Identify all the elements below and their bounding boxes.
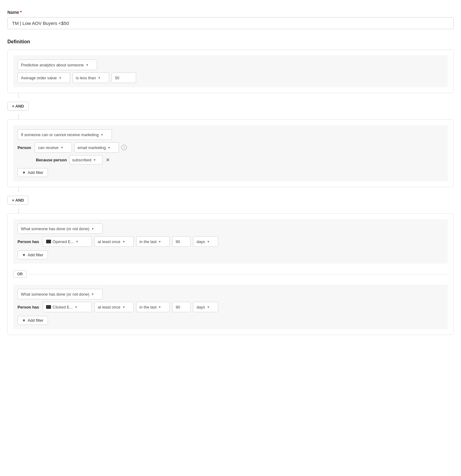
condition-block-3-4: What someone has done (or not done) ▾ Pe… — [7, 213, 454, 335]
block4-person-has-row: Person has Clicked E... ▾ at least once … — [18, 302, 443, 312]
block2-category-chevron-icon: ▾ — [101, 133, 103, 137]
block4-time-value-input[interactable] — [172, 302, 191, 312]
block2-category-row: If someone can or cannot receive marketi… — [18, 129, 443, 140]
block3-category-row: What someone has done (or not done) ▾ — [18, 223, 443, 234]
block3-event-select[interactable]: Opened E... ▾ — [43, 236, 92, 247]
block4-time-operator-chevron-icon: ▾ — [159, 305, 161, 309]
block2-close-button[interactable]: ✕ — [106, 157, 110, 163]
block1-metric-chevron-icon: ▾ — [59, 76, 61, 80]
block2-subscribed-chevron-icon: ▾ — [94, 158, 96, 162]
block3-time-operator-chevron-icon: ▾ — [159, 240, 161, 244]
block2-marketing-select[interactable]: email marketing ▾ — [74, 142, 119, 153]
and-button-2[interactable]: + AND — [7, 196, 29, 205]
block2-category-select[interactable]: If someone can or cannot receive marketi… — [18, 129, 112, 140]
block4-category-row: What someone has done (or not done) ▾ — [18, 289, 443, 299]
block2-marketing-chevron-icon: ▾ — [108, 146, 110, 150]
block2-can-receive-select[interactable]: can receive ▾ — [35, 142, 72, 153]
block1-metric-select[interactable]: Average order value ▾ — [18, 73, 70, 83]
or-button[interactable]: OR — [13, 270, 27, 278]
connector-line-1 — [18, 93, 19, 98]
block3-person-has-row: Person has Opened E... ▾ at least once ▾… — [18, 236, 443, 247]
block1-value-input[interactable] — [112, 73, 136, 83]
block3-frequency-select[interactable]: at least once ▾ — [94, 236, 134, 247]
filter-icon-2: ▼ — [22, 253, 26, 257]
block4-time-unit-select[interactable]: days ▾ — [193, 302, 218, 312]
name-field-wrapper: Name* — [7, 10, 454, 29]
condition-block-2: If someone can or cannot receive marketi… — [7, 119, 454, 187]
block4-time-unit-chevron-icon: ▾ — [207, 305, 209, 309]
block3-category-select[interactable]: What someone has done (or not done) ▾ — [18, 223, 103, 234]
block2-because-row: Because person subscribed ▾ ✕ — [36, 155, 443, 164]
name-input[interactable] — [7, 17, 454, 29]
required-indicator: * — [20, 10, 22, 15]
block4-time-operator-select[interactable]: in the last ▾ — [136, 302, 170, 312]
connector-line-4 — [18, 208, 19, 213]
block4-event-select[interactable]: Clicked E... ▾ — [43, 302, 92, 312]
and-button-1[interactable]: + AND — [7, 102, 29, 111]
name-label: Name* — [7, 10, 454, 15]
condition-block-4-inner: What someone has done (or not done) ▾ Pe… — [13, 285, 448, 329]
block3-time-value-input[interactable] — [172, 236, 191, 247]
block4-category-select[interactable]: What someone has done (or not done) ▾ — [18, 289, 103, 299]
block1-category-row: Predictive analytics about someone ▾ — [18, 60, 443, 70]
block2-because-label: Because person — [36, 158, 67, 162]
block3-time-unit-chevron-icon: ▾ — [207, 240, 209, 244]
or-separator: OR — [13, 267, 448, 281]
block3-time-unit-select[interactable]: days ▾ — [193, 236, 218, 247]
connector-line-3 — [18, 187, 19, 192]
block1-category-select[interactable]: Predictive analytics about someone ▾ — [18, 60, 97, 70]
email-icon-2 — [46, 305, 51, 309]
block4-event-chevron-icon: ▾ — [75, 305, 77, 309]
filter-icon-1: ▼ — [22, 171, 26, 175]
email-icon-1 — [46, 240, 51, 243]
block4-frequency-chevron-icon: ▾ — [123, 305, 125, 309]
condition-block-1-inner: Predictive analytics about someone ▾ Ave… — [13, 55, 448, 87]
block3-category-chevron-icon: ▾ — [92, 227, 94, 231]
connector-line-2 — [18, 114, 19, 119]
filter-icon-3: ▼ — [22, 318, 26, 323]
block3-event-chevron-icon: ▾ — [76, 240, 78, 244]
condition-block-3-inner: What someone has done (or not done) ▾ Pe… — [13, 219, 448, 264]
block1-operator-select[interactable]: is less than ▾ — [73, 73, 109, 83]
condition-block-2-inner: If someone can or cannot receive marketi… — [13, 125, 448, 181]
definition-title: Definition — [7, 39, 454, 45]
block4-add-filter-button[interactable]: ▼ Add filter — [18, 316, 48, 325]
block3-add-filter-button[interactable]: ▼ Add filter — [18, 250, 48, 259]
block2-can-receive-chevron-icon: ▾ — [61, 146, 63, 150]
block3-frequency-chevron-icon: ▾ — [123, 240, 125, 244]
block1-category-chevron-icon: ▾ — [86, 63, 88, 67]
block1-metric-row: Average order value ▾ is less than ▾ — [18, 73, 443, 83]
block2-add-filter-button[interactable]: ▼ Add filter — [18, 168, 48, 177]
block4-frequency-select[interactable]: at least once ▾ — [94, 302, 134, 312]
or-divider-line — [29, 274, 448, 274]
block2-person-row: Person can receive ▾ email marketing ▾ i — [18, 142, 443, 153]
block1-operator-chevron-icon: ▾ — [98, 76, 100, 80]
block2-person-label: Person — [18, 145, 31, 150]
condition-block-1: Predictive analytics about someone ▾ Ave… — [7, 49, 454, 93]
block2-subscribed-select[interactable]: subscribed ▾ — [69, 155, 103, 164]
block4-category-chevron-icon: ▾ — [92, 292, 94, 296]
block3-time-operator-select[interactable]: in the last ▾ — [136, 236, 170, 247]
block3-person-has-label: Person has — [18, 239, 39, 244]
info-icon[interactable]: i — [121, 145, 127, 150]
block4-person-has-label: Person has — [18, 305, 39, 309]
